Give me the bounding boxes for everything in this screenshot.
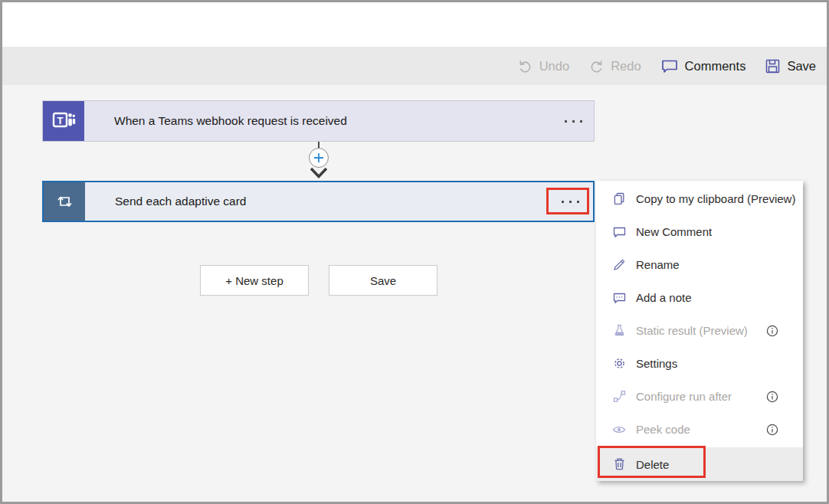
menu-item-peek-code[interactable]: Peek code [596, 413, 803, 446]
action-card-menu-button[interactable] [562, 182, 579, 221]
save-flow-button[interactable]: Save [329, 265, 437, 296]
action-card-title: Send each adaptive card [85, 195, 246, 208]
menu-item-label: Peek code [636, 423, 690, 436]
undo-label: Undo [539, 59, 569, 74]
connector-arrow-icon [309, 167, 329, 182]
menu-item-label: Settings [636, 357, 677, 370]
toolbar-save-label: Save [787, 59, 816, 74]
redo-button[interactable]: Redo [589, 59, 641, 74]
info-icon[interactable] [766, 391, 778, 403]
menu-item-label: Configure run after [636, 390, 732, 403]
pencil-icon [612, 258, 626, 271]
apply-to-each-loop-icon [44, 182, 85, 221]
teams-logo-icon: T [43, 101, 84, 141]
comments-icon [661, 59, 678, 74]
menu-item-add-note[interactable]: Add a note [596, 281, 803, 314]
menu-item-label: Copy to my clipboard (Preview) [636, 192, 795, 205]
ellipsis-icon [565, 120, 567, 123]
menu-item-label: New Comment [636, 225, 712, 238]
redo-icon [589, 59, 604, 73]
info-icon[interactable] [766, 424, 778, 436]
trigger-card-menu-button[interactable] [565, 101, 582, 141]
menu-item-copy-to-clipboard[interactable]: Copy to my clipboard (Preview) [596, 182, 803, 215]
top-white-strip [2, 2, 827, 47]
menu-item-label: Add a note [636, 291, 692, 304]
ellipsis-icon [562, 201, 564, 203]
menu-item-label: Static result (Preview) [636, 324, 748, 337]
info-icon[interactable] [766, 325, 778, 337]
action-card[interactable]: Send each adaptive card [42, 181, 595, 222]
insert-step-plus-button[interactable] [309, 148, 329, 168]
new-step-button[interactable]: + New step [200, 265, 309, 296]
undo-icon [518, 59, 532, 73]
menu-item-configure-run-after[interactable]: Configure run after [596, 380, 803, 413]
menu-item-label: Delete [636, 458, 669, 471]
menu-item-static-result[interactable]: Static result (Preview) [596, 314, 803, 347]
svg-text:T: T [57, 115, 64, 126]
comments-label: Comments [685, 59, 746, 74]
designer-toolbar: Undo Redo Comments [2, 47, 827, 85]
menu-item-rename[interactable]: Rename [596, 248, 803, 281]
note-icon [612, 292, 626, 304]
comments-button[interactable]: Comments [661, 59, 746, 74]
flow-designer-window: Undo Redo Comments [0, 0, 829, 504]
save-icon [765, 59, 780, 74]
flask-icon [612, 324, 626, 337]
run-after-icon [612, 390, 626, 403]
menu-item-settings[interactable]: Settings [596, 347, 803, 380]
trigger-card[interactable]: T When a Teams webhook request is receiv… [42, 100, 595, 142]
trash-icon [612, 457, 626, 471]
toolbar-save-button[interactable]: Save [765, 59, 816, 74]
menu-item-delete[interactable]: Delete [596, 447, 803, 481]
redo-label: Redo [611, 59, 641, 74]
comment-icon [612, 226, 626, 238]
copy-icon [612, 192, 626, 205]
action-context-menu: Copy to my clipboard (Preview) New Comme… [596, 181, 803, 481]
gear-icon [612, 357, 626, 370]
eye-icon [612, 424, 626, 435]
menu-item-label: Rename [636, 258, 680, 271]
menu-item-new-comment[interactable]: New Comment [596, 215, 803, 248]
undo-button[interactable]: Undo [518, 59, 569, 74]
trigger-card-title: When a Teams webhook request is received [84, 114, 347, 128]
